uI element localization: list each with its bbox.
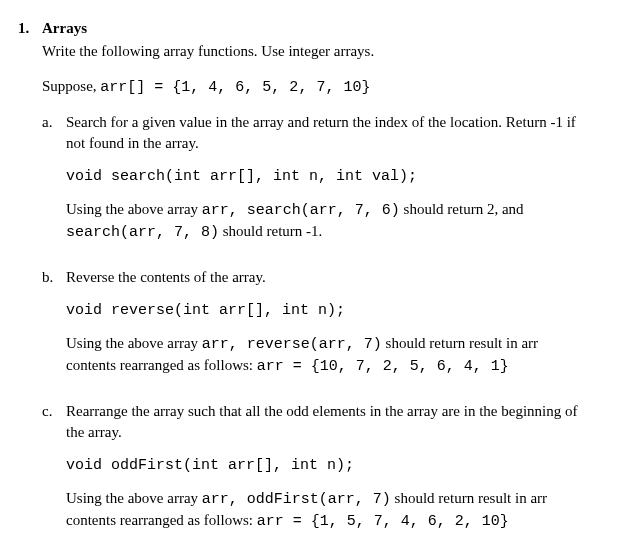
subpart-c-explain: Using the above array arr, oddFirst(arr,… xyxy=(66,488,589,532)
question-title: Arrays xyxy=(42,18,589,39)
subpart-a-explain: Using the above array arr, search(arr, 7… xyxy=(66,199,589,243)
subpart-a-body: Search for a given value in the array an… xyxy=(66,112,589,255)
subpart-b-explain-1: Using the above array xyxy=(66,335,202,351)
subpart-c-code-1: arr, oddFirst(arr, 7) xyxy=(202,491,391,508)
suppose-code: arr[] = {1, 4, 6, 5, 2, 7, 10} xyxy=(100,79,370,96)
subpart-c-prompt: Rearrange the array such that all the od… xyxy=(66,401,589,443)
subparts-container: a. Search for a given value in the array… xyxy=(42,112,589,535)
subpart-a-code-1: arr, search(arr, 7, 6) xyxy=(202,202,400,219)
question-number: 1. xyxy=(18,18,42,535)
subpart-b-explain: Using the above array arr, reverse(arr, … xyxy=(66,333,589,377)
subpart-c-code-2: arr = {1, 5, 7, 4, 6, 2, 10} xyxy=(257,513,509,530)
question-body: Arrays Write the following array functio… xyxy=(42,18,589,535)
subpart-a-label: a. xyxy=(42,112,66,255)
subpart-b-code-2: arr = {10, 7, 2, 5, 6, 4, 1} xyxy=(257,358,509,375)
subpart-a: a. Search for a given value in the array… xyxy=(66,112,589,255)
subpart-b-signature: void reverse(int arr[], int n); xyxy=(66,300,589,321)
subpart-a-signature: void search(int arr[], int n, int val); xyxy=(66,166,589,187)
suppose-line: Suppose, arr[] = {1, 4, 6, 5, 2, 7, 10} xyxy=(42,76,589,98)
subpart-c: c. Rearrange the array such that all the… xyxy=(66,401,589,535)
subpart-c-body: Rearrange the array such that all the od… xyxy=(66,401,589,535)
subpart-c-signature: void oddFirst(int arr[], int n); xyxy=(66,455,589,476)
subpart-c-explain-1: Using the above array xyxy=(66,490,202,506)
subpart-b-body: Reverse the contents of the array. void … xyxy=(66,267,589,389)
subpart-a-prompt: Search for a given value in the array an… xyxy=(66,112,589,154)
subpart-b-prompt: Reverse the contents of the array. xyxy=(66,267,589,288)
subpart-a-explain-3: should return -1. xyxy=(219,223,322,239)
subpart-b-code-1: arr, reverse(arr, 7) xyxy=(202,336,382,353)
suppose-prefix: Suppose, xyxy=(42,78,100,94)
subpart-c-label: c. xyxy=(42,401,66,535)
subpart-a-explain-1: Using the above array xyxy=(66,201,202,217)
subpart-b-label: b. xyxy=(42,267,66,389)
question-intro: Write the following array functions. Use… xyxy=(42,41,589,62)
subpart-a-explain-2: should return 2, and xyxy=(400,201,524,217)
question-root: 1. Arrays Write the following array func… xyxy=(18,18,589,535)
subpart-a-code-2: search(arr, 7, 8) xyxy=(66,224,219,241)
subpart-b: b. Reverse the contents of the array. vo… xyxy=(66,267,589,389)
